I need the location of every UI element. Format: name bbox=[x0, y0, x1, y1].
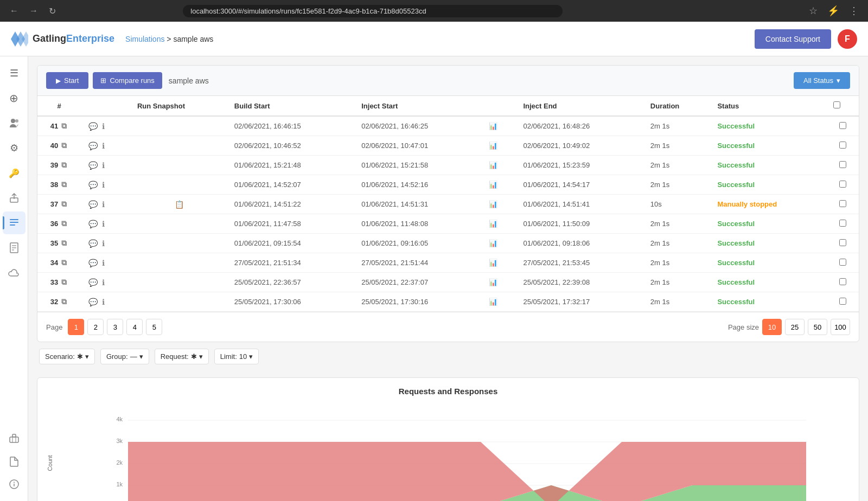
sidebar-item-docs[interactable] bbox=[3, 450, 25, 473]
sidebar-item-reports[interactable] bbox=[3, 236, 25, 259]
copy-icon[interactable]: ⧉ bbox=[61, 258, 67, 267]
browser-menu-button[interactable]: ⋮ bbox=[846, 4, 861, 18]
sidebar-item-settings[interactable]: ⚙ bbox=[3, 137, 25, 159]
page-3-button[interactable]: 3 bbox=[107, 319, 123, 335]
copy-icon[interactable]: ⧉ bbox=[61, 200, 67, 209]
breadcrumb: Simulations > sample aws bbox=[125, 35, 213, 43]
cell-inject-start: 01/06/2021, 11:48:08 bbox=[355, 214, 482, 234]
comment-icon[interactable]: 💬 bbox=[88, 200, 98, 209]
cell-inject-end: 01/06/2021, 11:50:09 bbox=[516, 214, 643, 234]
info-icon[interactable]: ℹ bbox=[102, 200, 105, 209]
row-checkbox[interactable] bbox=[839, 278, 846, 285]
select-all-checkbox[interactable] bbox=[833, 101, 840, 108]
info-icon[interactable]: ℹ bbox=[102, 239, 105, 248]
copy-icon[interactable]: ⧉ bbox=[61, 141, 67, 150]
page-size-10-button[interactable]: 10 bbox=[762, 319, 782, 335]
browser-extensions-button[interactable]: ⚡ bbox=[825, 4, 842, 18]
compare-runs-button[interactable]: ⊞ Compare runs bbox=[93, 72, 162, 89]
browser-forward-button[interactable]: → bbox=[26, 4, 41, 18]
cell-chart-link[interactable]: 📊 bbox=[482, 175, 517, 195]
page-size-25-button[interactable]: 25 bbox=[785, 319, 805, 335]
row-checkbox[interactable] bbox=[839, 200, 846, 207]
comment-icon[interactable]: 💬 bbox=[88, 122, 98, 131]
limit-filter[interactable]: Limit: 10 ▾ bbox=[214, 349, 259, 364]
sidebar-item-upload[interactable] bbox=[3, 187, 25, 209]
page-size-100-button[interactable]: 100 bbox=[831, 319, 850, 335]
scenario-filter[interactable]: Scenario: ✱ ▾ bbox=[39, 349, 95, 364]
cell-chart-link[interactable]: 📊 bbox=[482, 273, 517, 292]
page-5-button[interactable]: 5 bbox=[146, 319, 162, 335]
sidebar-item-users[interactable] bbox=[3, 112, 25, 134]
cell-chart-link[interactable]: 📊 bbox=[482, 234, 517, 253]
info-icon[interactable]: ℹ bbox=[102, 298, 105, 306]
group-filter[interactable]: Group: — ▾ bbox=[100, 349, 149, 364]
row-checkbox[interactable] bbox=[839, 181, 846, 188]
comment-icon[interactable]: 💬 bbox=[88, 239, 98, 248]
comment-icon[interactable]: 💬 bbox=[88, 220, 98, 228]
cell-chart-link[interactable]: 📊 bbox=[482, 253, 517, 273]
request-filter[interactable]: Request: ✱ ▾ bbox=[155, 349, 209, 364]
browser-bookmark-button[interactable]: ☆ bbox=[806, 4, 820, 18]
sidebar-item-apikeys[interactable]: 🔑 bbox=[3, 162, 25, 184]
sidebar-item-cloud[interactable] bbox=[3, 261, 25, 284]
table-row: 33 ⧉ 💬 ℹ 25/05/2021, 22:36:57 25/05/2021… bbox=[37, 273, 859, 292]
address-bar[interactable]: localhost:3000/#/simulations/runs/fc15e5… bbox=[183, 5, 563, 17]
sidebar-item-menu[interactable]: ☰ bbox=[3, 62, 25, 85]
sidebar-item-runs[interactable] bbox=[3, 211, 25, 234]
comment-icon[interactable]: 💬 bbox=[88, 278, 98, 287]
copy-icon[interactable]: ⧉ bbox=[61, 180, 67, 189]
page-1-button[interactable]: 1 bbox=[68, 319, 84, 335]
comment-icon[interactable]: 💬 bbox=[88, 298, 98, 306]
info-icon[interactable]: ℹ bbox=[102, 142, 105, 150]
info-icon[interactable]: ℹ bbox=[102, 220, 105, 228]
table-row: 35 ⧉ 💬 ℹ 01/06/2021, 09:15:54 01/06/2021… bbox=[37, 234, 859, 253]
run-number: 38 bbox=[50, 181, 58, 189]
contact-support-button[interactable]: Contact Support bbox=[755, 29, 831, 49]
copy-icon[interactable]: ⧉ bbox=[61, 219, 67, 228]
info-icon[interactable]: ℹ bbox=[102, 161, 105, 170]
browser-refresh-button[interactable]: ↻ bbox=[46, 4, 59, 18]
sidebar-item-dashboard[interactable]: ⊕ bbox=[3, 87, 25, 110]
comment-icon[interactable]: 💬 bbox=[88, 161, 98, 170]
sidebar-item-info[interactable] bbox=[3, 473, 25, 496]
copy-icon[interactable]: ⧉ bbox=[61, 239, 67, 248]
cell-chart-link[interactable]: 📊 bbox=[482, 214, 517, 234]
row-checkbox[interactable] bbox=[839, 298, 846, 305]
cell-chart-link[interactable]: 📊 bbox=[482, 116, 517, 136]
row-checkbox[interactable] bbox=[839, 259, 846, 266]
cell-chart-link[interactable]: 📊 bbox=[482, 156, 517, 175]
comment-icon[interactable]: 💬 bbox=[88, 181, 98, 189]
info-icon[interactable]: ℹ bbox=[102, 259, 105, 267]
cell-select bbox=[827, 292, 859, 312]
user-avatar[interactable]: F bbox=[838, 29, 857, 49]
sidebar-item-plugins[interactable] bbox=[3, 427, 25, 450]
comment-icon[interactable]: 💬 bbox=[88, 142, 98, 150]
browser-back-button[interactable]: ← bbox=[7, 4, 22, 18]
col-status: Status bbox=[711, 96, 827, 116]
page-2-button[interactable]: 2 bbox=[87, 319, 104, 335]
cell-chart-link[interactable]: 📊 bbox=[482, 195, 517, 214]
start-button[interactable]: ▶ Start bbox=[46, 72, 88, 89]
svg-point-4 bbox=[15, 119, 18, 123]
row-checkbox[interactable] bbox=[839, 220, 846, 227]
row-checkbox[interactable] bbox=[839, 161, 846, 168]
page-4-button[interactable]: 4 bbox=[126, 319, 143, 335]
copy-icon[interactable]: ⧉ bbox=[61, 160, 67, 170]
copy-icon[interactable]: ⧉ bbox=[61, 278, 67, 287]
status-filter-dropdown[interactable]: All Status ▾ bbox=[794, 72, 850, 89]
comment-icon[interactable]: 💬 bbox=[88, 259, 98, 267]
cell-icons: 💬 ℹ bbox=[81, 136, 131, 156]
info-icon[interactable]: ℹ bbox=[102, 181, 105, 189]
copy-icon[interactable]: ⧉ bbox=[61, 121, 67, 131]
info-icon[interactable]: ℹ bbox=[102, 278, 105, 287]
doc-icon[interactable]: 📋 bbox=[175, 200, 184, 209]
cell-chart-link[interactable]: 📊 bbox=[482, 292, 517, 312]
page-size-label: Page size bbox=[728, 323, 759, 331]
info-icon[interactable]: ℹ bbox=[102, 122, 105, 131]
row-checkbox[interactable] bbox=[839, 239, 846, 246]
copy-icon[interactable]: ⧉ bbox=[61, 297, 67, 306]
row-checkbox[interactable] bbox=[839, 122, 846, 129]
row-checkbox[interactable] bbox=[839, 142, 846, 149]
cell-chart-link[interactable]: 📊 bbox=[482, 136, 517, 156]
page-size-50-button[interactable]: 50 bbox=[808, 319, 827, 335]
